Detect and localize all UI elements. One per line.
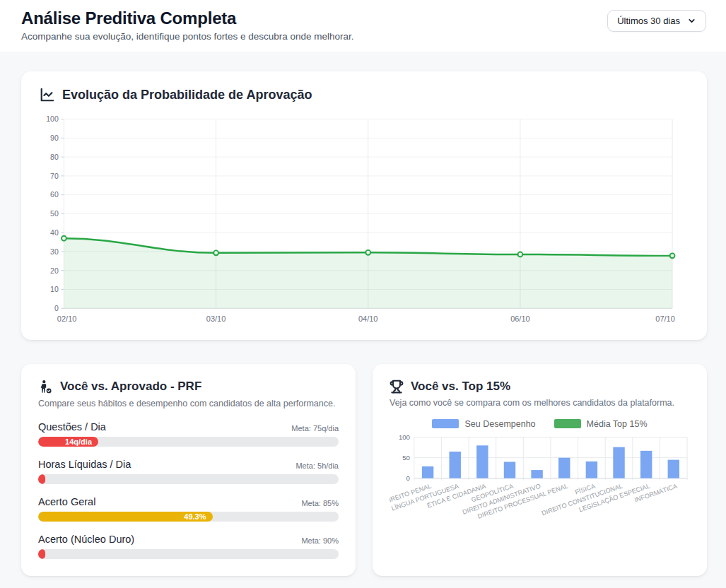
- legend-swatch-blue: [432, 419, 459, 428]
- metric-meta: Meta: 90%: [301, 536, 339, 545]
- metric-acerto-nucleo-duro: Acerto (Núcleo Duro) Meta: 90%: [38, 534, 339, 559]
- evolution-card-header: Evolução da Probabilidade de Aprovação: [40, 87, 689, 102]
- probability-evolution-chart[interactable]: 010203040506070809010002/1003/1004/1006/…: [40, 112, 689, 330]
- progress-track: 14q/dia: [38, 437, 339, 447]
- svg-text:04/10: 04/10: [358, 314, 378, 323]
- metric-meta: Meta: 75q/dia: [291, 424, 339, 433]
- progress-fill: 49.3%: [38, 512, 213, 522]
- main-content: Evolução da Probabilidade de Aprovação 0…: [0, 52, 726, 576]
- period-select[interactable]: Últimos 30 dias: [607, 10, 706, 32]
- line-chart-icon: [40, 87, 55, 102]
- metric-label: Horas Líquidas / Dia: [38, 459, 131, 470]
- comparison-row: Você vs. Aprovado - PRF Compare seus háb…: [21, 364, 707, 576]
- svg-text:90: 90: [50, 134, 59, 142]
- progress-fill: [38, 549, 45, 559]
- progress-fill: 14q/dia: [38, 437, 98, 447]
- svg-text:100: 100: [399, 433, 410, 441]
- metric-meta: Meta: 5h/dia: [295, 461, 339, 470]
- legend-label: Seu Desempenho: [464, 419, 535, 429]
- svg-text:50: 50: [50, 209, 59, 218]
- probability-evolution-card: Evolução da Probabilidade de Aprovação 0…: [21, 71, 707, 340]
- metric-list: Questões / Dia Meta: 75q/dia 14q/dia Hor…: [38, 421, 339, 559]
- svg-text:100: 100: [46, 114, 59, 123]
- progress-track: [38, 474, 339, 484]
- svg-text:06/10: 06/10: [510, 314, 530, 323]
- metric-label: Acerto (Núcleo Duro): [38, 534, 134, 545]
- metric-label: Questões / Dia: [38, 421, 106, 433]
- progress-track: 49.3%: [38, 512, 339, 522]
- vs-top15-subtitle: Veja como você se compara com os melhore…: [390, 398, 690, 408]
- metric-meta: Meta: 85%: [301, 499, 339, 507]
- svg-text:60: 60: [50, 190, 59, 199]
- svg-text:20: 20: [50, 266, 59, 275]
- vs-aprovado-card: Você vs. Aprovado - PRF Compare seus háb…: [21, 364, 356, 576]
- evolution-card-title: Evolução da Probabilidade de Aprovação: [62, 88, 312, 102]
- svg-text:70: 70: [50, 172, 59, 180]
- vs-top15-header: Você vs. Top 15%: [390, 380, 690, 394]
- vs-top15-title: Você vs. Top 15%: [411, 380, 510, 394]
- period-select-value: Últimos 30 dias: [617, 16, 680, 26]
- legend-label: Média Top 15%: [587, 419, 648, 429]
- legend-item-seu-desempenho: Seu Desempenho: [432, 419, 535, 429]
- metric-acerto-geral: Acerto Geral Meta: 85% 49.3%: [38, 496, 339, 522]
- svg-text:30: 30: [50, 247, 59, 256]
- svg-text:80: 80: [50, 153, 59, 161]
- page-header-text: Análise Preditiva Completa Acompanhe sua…: [21, 8, 354, 42]
- person-goal-icon: [38, 380, 53, 394]
- top15-bar-chart[interactable]: 050100DIREITO PENALLÍNGUA PORTUGUESAÉTIC…: [390, 432, 690, 527]
- svg-text:50: 50: [402, 454, 410, 461]
- progress-track: [38, 549, 339, 559]
- svg-text:40: 40: [50, 228, 59, 237]
- page-header: Análise Preditiva Completa Acompanhe sua…: [0, 0, 726, 52]
- svg-text:0: 0: [54, 304, 59, 312]
- svg-text:02/10: 02/10: [57, 314, 77, 323]
- chevron-down-icon: [687, 16, 696, 25]
- vs-top15-card: Você vs. Top 15% Veja como você se compa…: [373, 364, 707, 576]
- trophy-icon: [390, 380, 404, 394]
- metric-label: Acerto Geral: [38, 496, 95, 507]
- vs-aprovado-title: Você vs. Aprovado - PRF: [60, 380, 201, 394]
- metric-questoes-dia: Questões / Dia Meta: 75q/dia 14q/dia: [38, 421, 339, 447]
- svg-text:03/10: 03/10: [206, 314, 226, 323]
- legend-swatch-green: [554, 419, 581, 428]
- progress-fill: [38, 474, 45, 484]
- metric-horas-liquidas: Horas Líquidas / Dia Meta: 5h/dia: [38, 459, 339, 484]
- svg-text:07/10: 07/10: [655, 314, 675, 323]
- page-subtitle: Acompanhe sua evolução, identifique pont…: [21, 31, 354, 42]
- svg-text:10: 10: [50, 285, 59, 293]
- vs-aprovado-header: Você vs. Aprovado - PRF: [38, 380, 339, 394]
- vs-aprovado-subtitle: Compare seus hábitos e desempenho com ca…: [38, 399, 339, 408]
- svg-text:0: 0: [406, 474, 410, 482]
- page-title: Análise Preditiva Completa: [21, 8, 354, 28]
- legend-item-media-top15: Média Top 15%: [554, 419, 648, 429]
- bar-chart-legend: Seu Desempenho Média Top 15%: [390, 419, 690, 429]
